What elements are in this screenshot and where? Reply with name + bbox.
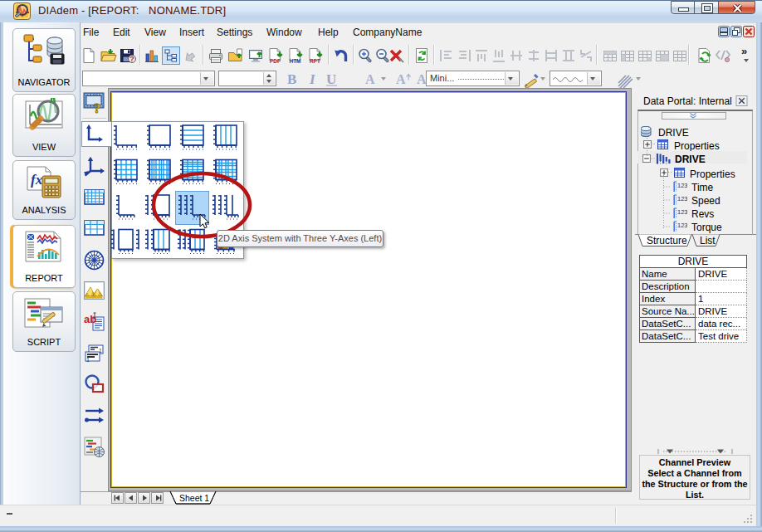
svg-text:1: 1 — [86, 357, 90, 363]
svg-text:I: I — [309, 71, 316, 86]
svg-text:A: A — [396, 72, 406, 86]
svg-text:HTM: HTM — [289, 58, 300, 64]
svg-text:A: A — [365, 72, 375, 86]
svg-text:Structure: Structure — [647, 235, 687, 246]
svg-text:Sheet 1: Sheet 1 — [179, 493, 209, 503]
svg-text:?: ? — [129, 55, 134, 63]
svg-text:PDF: PDF — [270, 58, 281, 64]
svg-text:fx: fx — [31, 172, 43, 188]
svg-text:B: B — [287, 71, 296, 86]
svg-text:List: List — [700, 235, 716, 246]
svg-text:?: ? — [94, 100, 101, 114]
svg-text:RPT: RPT — [310, 58, 320, 64]
svg-text:U: U — [326, 71, 336, 86]
